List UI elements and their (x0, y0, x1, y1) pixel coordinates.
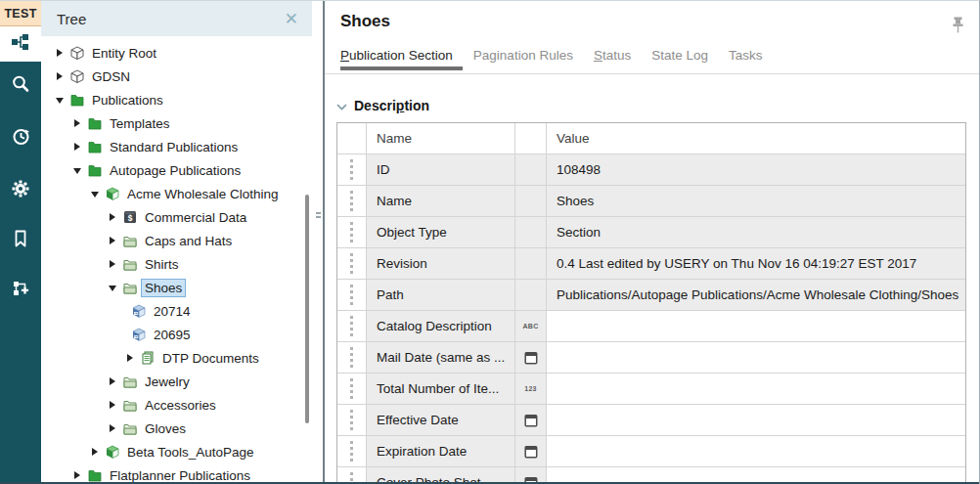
tree-item-caps-and-hats[interactable]: Caps and Hats (41, 229, 312, 252)
row-handle[interactable] (337, 374, 367, 404)
number-type-icon: 123 (515, 374, 547, 404)
tree-item-label[interactable]: Commercial Data (142, 209, 249, 226)
tab-tasks[interactable]: Tasks (729, 48, 763, 70)
tree-item-20714[interactable]: 20714 (41, 299, 312, 323)
tree-item-20695[interactable]: 20695 (41, 323, 312, 346)
expand-arrow-icon[interactable] (56, 69, 69, 83)
section-title: Description (354, 98, 429, 113)
tree-item-label[interactable]: Publications (89, 92, 166, 109)
tree-item-gdsn[interactable]: GDSN (41, 65, 312, 88)
tree-item-label[interactable]: Jewelry (142, 374, 193, 390)
tab-state-log[interactable]: State Log (651, 48, 708, 70)
tree-item-flatplanner-publications[interactable]: Flatplanner Publications (41, 463, 312, 484)
expand-arrow-icon[interactable] (73, 140, 87, 154)
sidebar-item-search[interactable] (0, 68, 41, 104)
tree-item-entity-root[interactable]: Entity Root (41, 41, 312, 65)
collapse-arrow-icon[interactable] (109, 281, 122, 294)
tree-item-label[interactable]: Standard Publications (107, 139, 241, 155)
close-icon[interactable]: ✕ (281, 11, 302, 27)
header-name-cell: Name (367, 123, 515, 154)
expand-arrow-icon[interactable] (91, 445, 105, 459)
row-handle[interactable] (337, 342, 367, 373)
tree-item-accessories[interactable]: Accessories (41, 393, 312, 417)
row-handle[interactable] (337, 154, 367, 185)
tab-status[interactable]: Status (594, 48, 631, 70)
tree-item-label[interactable]: Beta Tools_AutoPage (124, 444, 257, 461)
expand-arrow-icon[interactable] (109, 421, 122, 435)
table-row-id: ID 108498 (337, 154, 965, 185)
collapse-arrow-icon[interactable] (73, 163, 87, 177)
tree-item-publications[interactable]: Publications (41, 88, 312, 111)
row-handle[interactable] (337, 436, 367, 466)
expand-arrow-icon[interactable] (109, 257, 122, 271)
field-name: Object Type (367, 217, 515, 247)
section-header-description[interactable]: Description (336, 98, 429, 113)
expand-arrow-icon[interactable] (56, 46, 69, 60)
tree-item-gloves[interactable]: Gloves (41, 417, 312, 440)
collapse-arrow-icon[interactable] (91, 187, 105, 200)
tree-scrollbar-thumb[interactable] (305, 195, 309, 423)
expand-arrow-icon[interactable] (109, 374, 122, 388)
section-folder-icon (122, 257, 137, 272)
expand-arrow-icon[interactable] (73, 116, 87, 130)
tree-item-label[interactable]: GDSN (89, 68, 133, 85)
expand-arrow-icon[interactable] (109, 234, 122, 247)
row-handle[interactable] (337, 405, 367, 435)
row-handle[interactable] (337, 311, 367, 341)
tree-item-label[interactable]: Autopage Publications (107, 162, 244, 179)
sidebar-item-history[interactable] (0, 120, 41, 155)
tree-item-label[interactable]: Accessories (142, 397, 219, 414)
tree-item-jewelry[interactable]: Jewelry (41, 370, 312, 393)
tree-item-autopage-publications[interactable]: Autopage Publications (41, 158, 312, 182)
tree-item-label-selected[interactable]: Shoes (142, 280, 185, 296)
sidebar-item-bookmarks[interactable] (0, 223, 41, 258)
tree-item-beta-tools-autopage[interactable]: Beta Tools_AutoPage (41, 440, 312, 463)
tree-item-shirts[interactable]: Shirts (41, 252, 312, 276)
table-row-expiration-date: Expiration Date (337, 435, 965, 466)
field-type-cell (515, 186, 547, 216)
row-handle[interactable] (337, 248, 367, 279)
pin-icon[interactable] (951, 17, 965, 38)
sidebar-item-tree-navigator[interactable] (0, 26, 41, 62)
chevron-down-icon[interactable] (336, 98, 347, 113)
tree-item-label[interactable]: Flatplanner Publications (107, 467, 253, 484)
row-handle[interactable] (337, 186, 367, 216)
expand-arrow-icon[interactable] (73, 468, 87, 482)
tree-item-dtp-documents[interactable]: DTP Documents (41, 346, 312, 370)
tree-item-label[interactable]: Caps and Hats (142, 233, 235, 249)
item-cube-icon (131, 328, 146, 342)
tree-item-standard-publications[interactable]: Standard Publications (41, 135, 312, 158)
tree-item-label[interactable]: Gloves (142, 420, 189, 437)
expand-arrow-icon[interactable] (126, 351, 140, 365)
tab-publication-section[interactable]: Publication Section (340, 48, 453, 70)
field-value-editable[interactable] (547, 342, 965, 373)
expand-arrow-icon[interactable] (109, 398, 122, 412)
tree-item-label[interactable]: Templates (107, 115, 173, 132)
field-value-editable[interactable] (547, 374, 965, 404)
expand-arrow-icon[interactable] (109, 210, 122, 224)
tree-item-label[interactable]: DTP Documents (159, 350, 262, 367)
table-row-total-number: Total Number of Ite... 123 (337, 373, 965, 404)
field-value-editable[interactable] (547, 405, 965, 435)
sidebar-item-settings[interactable] (0, 173, 41, 208)
tree-item-label[interactable]: Entity Root (89, 45, 159, 62)
tree-item-label[interactable]: 20714 (151, 303, 194, 320)
field-value-editable[interactable] (547, 436, 965, 466)
tree-item-commercial-data[interactable]: $ Commercial Data (41, 205, 312, 229)
tree-item-label[interactable]: 20695 (151, 327, 194, 343)
tree-item-templates[interactable]: Templates (41, 111, 312, 135)
tree-item-shoes[interactable]: Shoes (41, 276, 312, 299)
row-handle[interactable] (337, 280, 367, 310)
tree-item-acme-wholesale-clothing[interactable]: Acme Wholesale Clothing (41, 182, 312, 205)
bookmark-icon (11, 229, 30, 252)
properties-table: Name Value ID 108498 Name (336, 122, 966, 484)
field-value-editable[interactable] (547, 311, 965, 341)
tree-item-label[interactable]: Shirts (142, 256, 182, 273)
panel-splitter[interactable] (312, 1, 325, 484)
tabs-separator (323, 73, 979, 74)
tree-item-label[interactable]: Acme Wholesale Clothing (124, 186, 282, 202)
sidebar-item-workflow[interactable] (0, 273, 41, 308)
row-handle[interactable] (337, 217, 367, 247)
tab-pagination-rules[interactable]: Pagination Rules (473, 48, 573, 70)
collapse-arrow-icon[interactable] (56, 93, 69, 107)
